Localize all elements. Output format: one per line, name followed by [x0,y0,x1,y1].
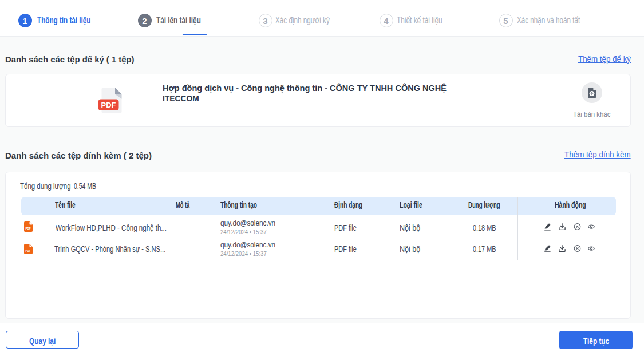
svg-text:PDF: PDF [101,101,116,109]
svg-text:PDF: PDF [25,227,30,230]
svg-text:PDF: PDF [25,249,30,252]
